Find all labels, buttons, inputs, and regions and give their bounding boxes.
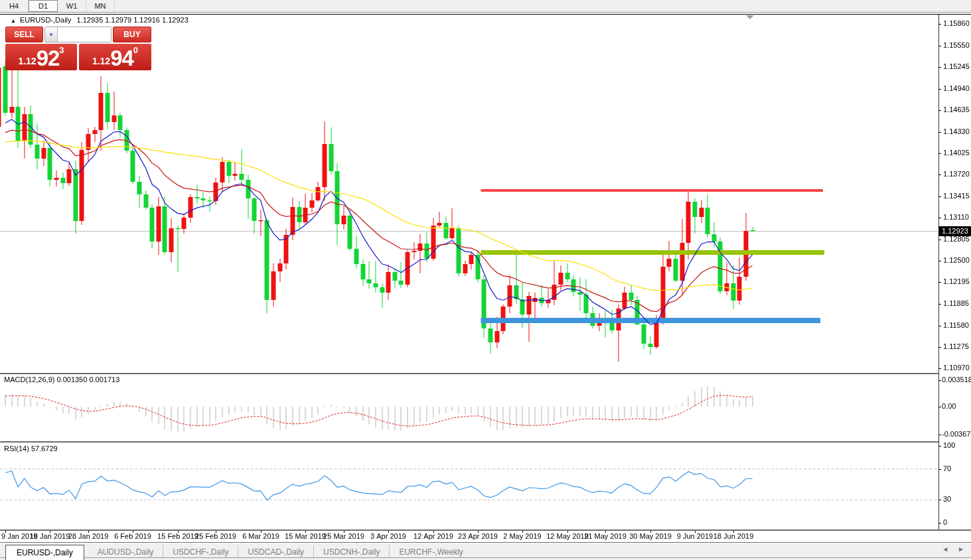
volume-decrease-icon[interactable]: ▼: [45, 27, 58, 42]
sell-price-tile[interactable]: 1.12 92 3: [5, 44, 77, 70]
scroll-right-icon[interactable]: ►: [958, 545, 964, 553]
chart-tabs-bar: EURUSD-,Daily AUDUSD-,Daily USDCHF-,Dail…: [0, 543, 971, 560]
mt4-window: H4 D1 W1 MN ▲EURUSD-,Daily1.12935 1.1297…: [0, 0, 971, 560]
buy-button[interactable]: BUY: [113, 27, 151, 42]
tab-usdcad-daily[interactable]: USDCAD-,Daily: [238, 545, 313, 559]
sell-price-pip: 3: [59, 46, 64, 54]
timeframe-d1-button[interactable]: D1: [29, 0, 58, 12]
timeframe-toolbar: H4 D1 W1 MN: [0, 0, 971, 13]
buy-price-prefix: 1.12: [92, 54, 110, 68]
rsi-indicator-label: RSI(14) 57.6729: [4, 445, 58, 453]
tab-usdcnh-daily[interactable]: USDCNH-,Daily: [313, 545, 389, 559]
volume-spinner: ▼ ▲: [44, 27, 112, 42]
scroll-left-icon[interactable]: ◄: [942, 545, 948, 553]
chart-header: ▲EURUSD-,Daily1.12935 1.12979 1.12916 1.…: [11, 16, 188, 24]
timeframe-w1-button[interactable]: W1: [58, 0, 86, 12]
tab-usdchf-daily[interactable]: USDCHF-,Daily: [163, 545, 238, 559]
volume-input[interactable]: [58, 27, 112, 42]
price-chart-canvas[interactable]: [0, 0, 971, 560]
collapse-icon[interactable]: ▲: [11, 18, 16, 24]
sell-price-big: 92: [37, 48, 60, 68]
buy-price-pip: 0: [133, 46, 138, 54]
sell-button[interactable]: SELL: [5, 27, 43, 42]
chart-title: EURUSD-,Daily: [20, 16, 72, 24]
sell-price-prefix: 1.12: [18, 54, 36, 68]
macd-indicator-label: MACD(12,26,9) 0.001350 0.001713: [4, 376, 119, 384]
tab-audusd-daily[interactable]: AUDUSD-,Daily: [88, 545, 163, 559]
tab-eurchf-weekly[interactable]: EURCHF-,Weekly: [389, 545, 472, 559]
one-click-trade-panel: SELL ▼ ▲ BUY 1.12 92 3 1.12 94 0: [5, 27, 151, 70]
timeframe-h4-button[interactable]: H4: [0, 0, 29, 12]
timeframe-mn-button[interactable]: MN: [86, 0, 115, 12]
chart-ohlc-values: 1.12935 1.12979 1.12916 1.12923: [77, 16, 188, 24]
buy-price-tile[interactable]: 1.12 94 0: [79, 44, 151, 70]
buy-price-big: 94: [110, 48, 133, 68]
tab-eurusd-daily[interactable]: EURUSD-,Daily: [5, 545, 84, 560]
